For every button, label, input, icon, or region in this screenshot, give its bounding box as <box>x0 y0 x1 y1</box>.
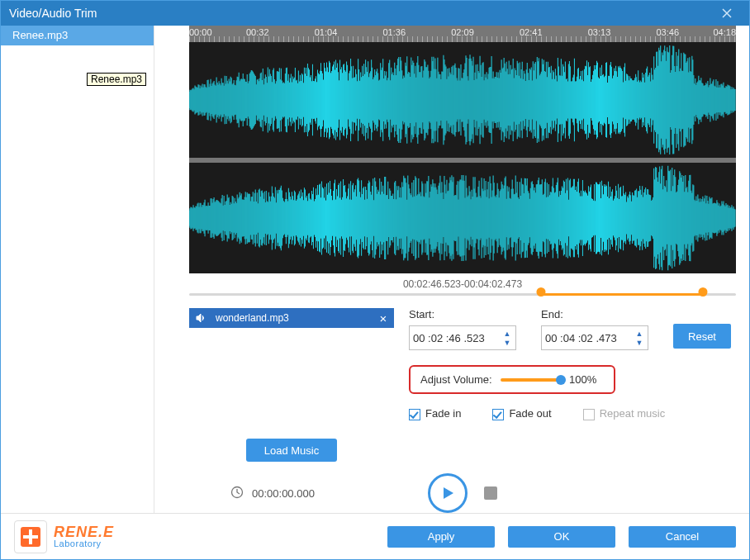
timeline-tick: 01:36 <box>382 27 406 37</box>
stop-button[interactable] <box>484 486 497 500</box>
sidebar-item-file[interactable]: Renee.mp3 <box>1 26 154 45</box>
timeline-tick: 00:32 <box>246 27 269 37</box>
timeline-tick: 01:04 <box>315 27 338 37</box>
remove-music-icon[interactable]: × <box>373 311 394 325</box>
titlebar: Video/Audio Trim <box>1 1 749 26</box>
footer: RENE.E Laboratory Apply OK Cancel <box>1 513 749 559</box>
waveform-channel-top[interactable] <box>189 42 736 158</box>
controls-area: wonderland.mp3 × Load Music Start: 00 :0… <box>189 308 736 462</box>
range-selection[interactable] <box>541 293 702 296</box>
volume-label: Adjust Volume: <box>420 373 492 386</box>
logo-line2: Laboratory <box>54 539 114 548</box>
end-time-value: 00 :04 :02 .473 <box>545 332 617 344</box>
timeline-tick: 04:18 <box>713 27 736 37</box>
main: 00:0000:3201:0401:3602:0902:4103:1303:46… <box>154 26 749 513</box>
end-spin-up-icon[interactable]: ▲ <box>634 329 645 338</box>
clock-group: 00:00:00.000 <box>230 486 315 501</box>
music-chip[interactable]: wonderland.mp3 × <box>189 308 394 328</box>
reset-button[interactable]: Reset <box>673 324 731 349</box>
speaker-icon <box>189 312 212 324</box>
range-text: 00:02:46.523-00:04:02.473 <box>403 278 522 290</box>
repeat-music-checkbox: Repeat music <box>583 407 665 420</box>
logo-mark-icon <box>14 520 47 553</box>
start-field: Start: 00 :02 :46 .523 ▲▼ <box>409 308 516 350</box>
fade-out-checkbox[interactable]: Fade out <box>492 407 551 420</box>
timeline-tick: 03:13 <box>588 27 611 37</box>
logo-line1: RENE.E <box>54 524 114 539</box>
end-field: End: 00 :04 :02 .473 ▲▼ <box>541 308 648 350</box>
playback-time: 00:00:00.000 <box>252 487 315 500</box>
adjust-volume-group: Adjust Volume: 100% <box>409 365 615 394</box>
timeline-tick: 02:41 <box>520 27 543 37</box>
waveform-channel-bottom[interactable] <box>189 158 736 273</box>
end-time-input[interactable]: 00 :04 :02 .473 ▲▼ <box>541 325 648 350</box>
playback-row: 00:00:00.000 <box>189 473 736 513</box>
start-spin-down-icon[interactable]: ▼ <box>501 338 513 347</box>
end-label: End: <box>541 308 648 320</box>
left-controls: wonderland.mp3 × Load Music <box>189 308 394 462</box>
start-label: Start: <box>409 308 516 320</box>
music-file-name: wonderland.mp3 <box>212 312 373 324</box>
body: Renee.mp3 Renee.mp3 00:0000:3201:0401:36… <box>1 26 749 513</box>
timeline-tick: 02:09 <box>451 27 474 37</box>
start-time-input[interactable]: 00 :02 :46 .523 ▲▼ <box>409 325 516 350</box>
apply-button[interactable]: Apply <box>387 526 495 548</box>
options-row: Fade in Fade out Repeat music <box>409 407 736 420</box>
window-title: Video/Audio Trim <box>9 7 713 20</box>
volume-slider[interactable] <box>501 378 561 382</box>
start-spin-up-icon[interactable]: ▲ <box>501 329 513 338</box>
file-tooltip: Renee.mp3 <box>87 73 146 86</box>
waveform-area[interactable] <box>189 42 736 273</box>
logo-text: RENE.E Laboratory <box>54 524 114 548</box>
sidebar: Renee.mp3 Renee.mp3 <box>1 26 154 513</box>
volume-value: 100% <box>569 373 604 386</box>
window: Video/Audio Trim Renee.mp3 Renee.mp3 00:… <box>0 0 750 560</box>
cancel-button[interactable]: Cancel <box>629 526 736 548</box>
timeline-ruler[interactable]: 00:0000:3201:0401:3602:0902:4103:1303:46… <box>189 26 736 42</box>
logo: RENE.E Laboratory <box>14 520 114 553</box>
right-controls: Start: 00 :02 :46 .523 ▲▼ End: 00 :04 :0… <box>409 308 736 420</box>
end-spin-down-icon[interactable]: ▼ <box>634 338 645 347</box>
range-handle-start[interactable] <box>537 287 546 297</box>
range-handle-end[interactable] <box>698 287 707 297</box>
clock-icon <box>230 486 244 501</box>
load-music-button[interactable]: Load Music <box>246 439 337 462</box>
start-time-value: 00 :02 :46 .523 <box>413 332 485 344</box>
timeline-tick: 03:46 <box>656 27 679 37</box>
play-button[interactable] <box>428 473 468 513</box>
ok-button[interactable]: OK <box>508 526 615 548</box>
volume-knob[interactable] <box>556 375 566 385</box>
timeline-tick: 00:00 <box>189 27 212 37</box>
range-selector[interactable]: 00:02:46.523-00:04:02.473 <box>189 278 736 297</box>
close-icon[interactable] <box>713 5 741 21</box>
fade-in-checkbox[interactable]: Fade in <box>409 407 461 420</box>
